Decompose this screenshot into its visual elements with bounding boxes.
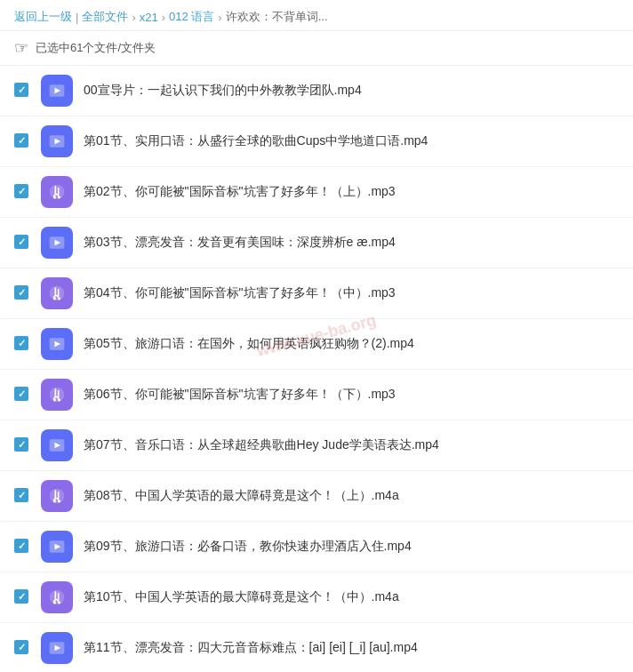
list-item[interactable]: ✓ 第06节、你可能被"国际音标"坑害了好多年！（下）.mp3 <box>0 370 633 420</box>
file-name: 第10节、中国人学英语的最大障碍竟是这个！（中）.m4a <box>84 589 619 605</box>
video-icon <box>41 75 73 107</box>
svg-point-6 <box>58 196 60 198</box>
list-item[interactable]: ✓ 第09节、旅游口语：必备口语，教你快速办理酒店入住.mp4 <box>0 522 633 572</box>
list-item[interactable]: ✓ 第01节、实用口语：从盛行全球的歌曲Cups中学地道口语.mp4 <box>0 116 633 167</box>
list-item[interactable]: ✓ 第08节、中国人学英语的最大障碍竟是这个！（上）.m4a <box>0 471 633 522</box>
checkbox[interactable]: ✓ <box>14 589 30 605</box>
audio-icon <box>41 480 73 512</box>
breadcrumb: 返回上一级 | 全部文件 › x21 › 012 语言 › 许欢欢：不背单词..… <box>0 0 633 31</box>
arrow-2: › <box>162 11 165 24</box>
video-icon <box>41 429 73 461</box>
file-name: 第06节、你可能被"国际音标"坑害了好多年！（下）.mp3 <box>84 387 619 403</box>
file-name: 第05节、旅游口语：在国外，如何用英语疯狂购物？(2).mp4 <box>84 336 619 352</box>
list-item[interactable]: ✓ 00宣导片：一起认识下我们的中外教教学团队.mp4 <box>0 66 633 116</box>
checkbox[interactable]: ✓ <box>14 640 30 656</box>
list-item[interactable]: ✓ 第04节、你可能被"国际音标"坑害了好多年！（中）.mp3 <box>0 268 633 319</box>
audio-icon <box>41 277 73 309</box>
svg-point-4 <box>50 185 65 200</box>
checkbox[interactable]: ✓ <box>14 285 30 301</box>
svg-point-15 <box>53 398 56 401</box>
arrow-3: › <box>218 11 221 24</box>
svg-point-11 <box>58 297 60 300</box>
svg-point-5 <box>53 196 56 198</box>
file-name: 第03节、漂亮发音：发音更有美国味：深度辨析e æ.mp4 <box>84 235 619 251</box>
checkbox[interactable]: ✓ <box>14 336 30 352</box>
folder2-link[interactable]: 012 语言 <box>169 9 214 25</box>
file-name: 第02节、你可能被"国际音标"坑害了好多年！（上）.mp3 <box>84 184 619 200</box>
checkbox[interactable]: ✓ <box>14 235 30 251</box>
svg-point-26 <box>58 601 60 604</box>
file-list: ✓ 00宣导片：一起认识下我们的中外教教学团队.mp4✓ 第01节、实用口语：从… <box>0 66 633 672</box>
current-folder: 许欢欢：不背单词... <box>226 9 328 25</box>
list-item[interactable]: ✓ 第10节、中国人学英语的最大障碍竟是这个！（中）.m4a <box>0 572 633 623</box>
svg-point-9 <box>50 286 65 301</box>
svg-point-24 <box>50 590 65 605</box>
video-icon <box>41 531 73 563</box>
checkbox[interactable]: ✓ <box>14 83 30 99</box>
checkbox[interactable]: ✓ <box>14 539 30 555</box>
checkbox[interactable]: ✓ <box>14 133 30 149</box>
file-name: 第11节、漂亮发音：四大元音音标难点：[ai] [ei] [_i] [au].m… <box>84 640 619 656</box>
selection-text: 已选中61个文件/文件夹 <box>36 40 156 56</box>
list-item[interactable]: ✓ 第03节、漂亮发音：发音更有美国味：深度辨析e æ.mp4 <box>0 218 633 268</box>
audio-icon <box>41 581 73 613</box>
all-files-link[interactable]: 全部文件 <box>82 9 128 25</box>
video-icon <box>41 328 73 360</box>
arrow-1: › <box>132 11 135 24</box>
svg-point-10 <box>53 297 56 300</box>
video-icon <box>41 125 73 157</box>
checkbox[interactable]: ✓ <box>14 437 30 453</box>
separator-1: | <box>76 11 78 24</box>
folder1-link[interactable]: x21 <box>140 11 158 24</box>
file-name: 00宣导片：一起认识下我们的中外教教学团队.mp4 <box>84 83 619 99</box>
file-name: 第07节、音乐口语：从全球超经典歌曲Hey Jude学美语表达.mp4 <box>84 437 619 453</box>
audio-icon <box>41 176 73 208</box>
video-icon <box>41 632 73 664</box>
list-item[interactable]: ✓ 第11节、漂亮发音：四大元音音标难点：[ai] [ei] [_i] [au]… <box>0 623 633 672</box>
cursor-icon: ☞ <box>14 38 28 58</box>
list-item[interactable]: ✓ 第07节、音乐口语：从全球超经典歌曲Hey Jude学美语表达.mp4 <box>0 420 633 471</box>
list-item[interactable]: ✓ 第05节、旅游口语：在国外，如何用英语疯狂购物？(2).mp4 <box>0 319 633 370</box>
file-name: 第09节、旅游口语：必备口语，教你快速办理酒店入住.mp4 <box>84 539 619 555</box>
svg-point-25 <box>53 601 56 604</box>
audio-icon <box>41 379 73 411</box>
svg-point-14 <box>50 388 65 403</box>
back-link[interactable]: 返回上一级 <box>14 9 72 25</box>
checkbox[interactable]: ✓ <box>14 184 30 200</box>
list-item[interactable]: ✓ 第02节、你可能被"国际音标"坑害了好多年！（上）.mp3 <box>0 167 633 218</box>
file-name: 第01节、实用口语：从盛行全球的歌曲Cups中学地道口语.mp4 <box>84 133 619 149</box>
file-name: 第08节、中国人学英语的最大障碍竟是这个！（上）.m4a <box>84 488 619 504</box>
svg-point-16 <box>58 398 60 401</box>
video-icon <box>41 227 73 259</box>
selection-info: ☞ 已选中61个文件/文件夹 <box>0 31 633 66</box>
checkbox[interactable]: ✓ <box>14 488 30 504</box>
svg-point-19 <box>50 489 65 504</box>
svg-point-20 <box>53 500 56 502</box>
checkbox[interactable]: ✓ <box>14 387 30 403</box>
file-name: 第04节、你可能被"国际音标"坑害了好多年！（中）.mp3 <box>84 285 619 301</box>
svg-point-21 <box>58 500 60 502</box>
